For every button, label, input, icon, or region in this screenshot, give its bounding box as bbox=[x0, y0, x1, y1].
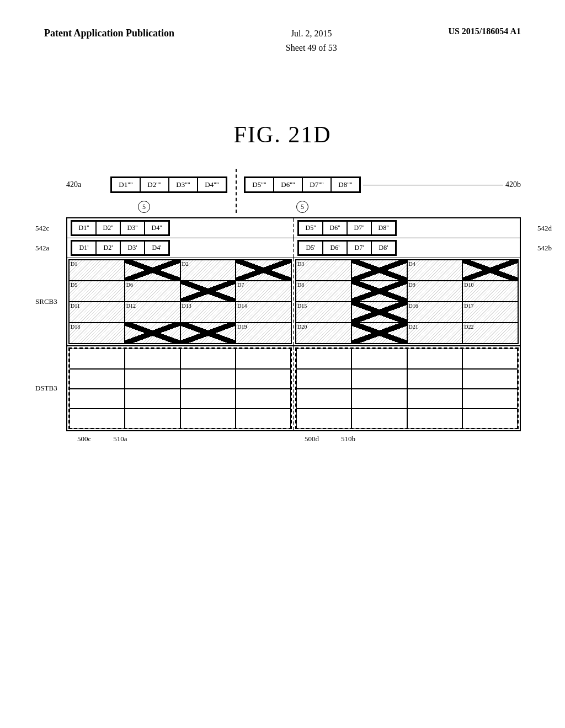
dstb-l-11 bbox=[180, 388, 236, 409]
label-500c: 500c bbox=[77, 435, 91, 443]
page-header: Patent Application Publication Jul. 2, 2… bbox=[0, 26, 565, 55]
label-542b: 542b bbox=[537, 244, 552, 253]
top-cell-d4q4: D4'''' bbox=[198, 178, 226, 192]
top-cell-d6q4: D6'''' bbox=[274, 178, 302, 192]
dstb-l-7 bbox=[180, 368, 236, 389]
dstb-l-13 bbox=[70, 408, 125, 429]
c542d-d7: D7'' bbox=[347, 221, 371, 235]
dstb-r-12 bbox=[462, 388, 518, 409]
c542b-d7: D7' bbox=[347, 241, 371, 255]
srcb-cell-d12: D12 bbox=[125, 302, 180, 323]
srcb-cell-d9: D9 bbox=[407, 281, 463, 302]
c542b-d5: D5' bbox=[299, 241, 323, 255]
srcb-cell-d20: D20 bbox=[296, 323, 351, 344]
srcb-cell-d11: D11 bbox=[69, 302, 125, 323]
srcb-cell-d13: D13 bbox=[180, 302, 236, 323]
c542c-d3: D3'' bbox=[120, 221, 145, 235]
label-500d: 500d bbox=[305, 435, 319, 443]
dstb-l-10 bbox=[125, 388, 180, 409]
srcb-cell-d18: D18 bbox=[69, 323, 125, 344]
srcb-cell-rx5 bbox=[351, 323, 407, 344]
top-cell-d7q4: D7'''' bbox=[302, 178, 331, 192]
dstb-r-7 bbox=[407, 368, 462, 389]
dstb-r-9 bbox=[296, 388, 351, 409]
label-420b: 420b bbox=[505, 180, 521, 189]
dstb-l-12 bbox=[236, 388, 291, 409]
srcb-cell-rx4 bbox=[351, 302, 407, 323]
srcb-cell-d1: D1 bbox=[69, 260, 125, 281]
srcb-cell-d15: D15 bbox=[296, 302, 351, 323]
diagram-container: 420a D1'''' D2'''' D3'''' D4'''' D5'''' … bbox=[66, 176, 521, 443]
srcb-cell-rx3 bbox=[351, 281, 407, 302]
c542c-d2: D2'' bbox=[96, 221, 120, 235]
dstb-r-13 bbox=[296, 408, 351, 429]
srcb-cell-d16: D16 bbox=[407, 302, 463, 323]
srcb-cell-d22: D22 bbox=[462, 323, 518, 344]
srcb-cell-d21: D21 bbox=[407, 323, 463, 344]
srcb-cell-d6: D6 bbox=[125, 281, 180, 302]
publication-date: Jul. 2, 2015 bbox=[291, 29, 332, 38]
srcb-cell-x3 bbox=[180, 281, 236, 302]
c542a-d1: D1' bbox=[72, 241, 96, 255]
dstb-l-4 bbox=[236, 349, 291, 370]
dstb-r-8 bbox=[462, 368, 518, 389]
dstb-l-5 bbox=[70, 368, 125, 389]
top-cell-d1q4: D1'''' bbox=[111, 178, 140, 192]
circle-5-left: 5 bbox=[138, 201, 150, 213]
dstb-l-9 bbox=[70, 388, 125, 409]
c542a-d3: D3' bbox=[120, 241, 145, 255]
label-542c: 542c bbox=[35, 224, 49, 233]
c542b-d6: D6' bbox=[323, 241, 347, 255]
sheet-info: Sheet 49 of 53 bbox=[286, 43, 337, 52]
top-cell-d5q4: D5'''' bbox=[245, 178, 274, 192]
dstb-r-5 bbox=[296, 368, 351, 389]
dstb-r-6 bbox=[351, 368, 407, 389]
dstb-l-1 bbox=[70, 349, 125, 370]
srcb-cell-d19: D19 bbox=[236, 323, 291, 344]
srcb-cell-x4 bbox=[125, 323, 180, 344]
label-srcb3: SRCB3 bbox=[35, 297, 57, 306]
circle-5-right: 5 bbox=[296, 201, 308, 213]
dstb-r-15 bbox=[407, 408, 462, 429]
dstb-l-16 bbox=[236, 408, 291, 429]
label-542a: 542a bbox=[35, 244, 49, 253]
srcb-cell-x1 bbox=[125, 260, 180, 281]
dstb-r-1 bbox=[296, 349, 351, 370]
srcb-cell-d2: D2 bbox=[180, 260, 236, 281]
srcb-cell-x2 bbox=[236, 260, 291, 281]
label-542d: 542d bbox=[537, 224, 552, 233]
dstb-r-3 bbox=[407, 349, 462, 370]
dstb-l-15 bbox=[180, 408, 236, 429]
figure-title: FIG. 21D bbox=[0, 121, 565, 148]
dstb-l-14 bbox=[125, 408, 180, 429]
dstb-l-6 bbox=[125, 368, 180, 389]
patent-number: US 2015/186054 A1 bbox=[448, 26, 521, 36]
dstb-l-3 bbox=[180, 349, 236, 370]
srcb-cell-d17: D17 bbox=[462, 302, 518, 323]
c542c-d1: D1'' bbox=[72, 221, 96, 235]
c542d-d6: D6'' bbox=[323, 221, 347, 235]
dstb-r-16 bbox=[462, 408, 518, 429]
dstb-r-14 bbox=[351, 408, 407, 429]
c542a-d4: D4' bbox=[145, 241, 169, 255]
label-420a: 420a bbox=[66, 180, 81, 189]
srcb-cell-d14: D14 bbox=[236, 302, 291, 323]
c542d-d8: D8'' bbox=[371, 221, 396, 235]
top-cell-d8q4: D8'''' bbox=[331, 178, 360, 192]
dstb-r-2 bbox=[351, 349, 407, 370]
c542d-d5: D5'' bbox=[299, 221, 323, 235]
dstb-r-4 bbox=[462, 349, 518, 370]
label-dstb3: DSTB3 bbox=[35, 384, 57, 393]
dstb-l-2 bbox=[125, 349, 180, 370]
srcb-cell-d10: D10 bbox=[462, 281, 518, 302]
srcb-cell-d7: D7 bbox=[236, 281, 291, 302]
srcb-cell-d3: D3 bbox=[296, 260, 351, 281]
c542b-d8: D8' bbox=[371, 241, 396, 255]
srcb-cell-d4: D4 bbox=[407, 260, 463, 281]
c542a-d2: D2' bbox=[96, 241, 120, 255]
header-center: Jul. 2, 2015 Sheet 49 of 53 bbox=[286, 26, 337, 55]
dstb-r-11 bbox=[407, 388, 462, 409]
label-510b: 510b bbox=[341, 435, 355, 443]
dstb-l-8 bbox=[236, 368, 291, 389]
srcb-cell-d8: D8 bbox=[296, 281, 351, 302]
